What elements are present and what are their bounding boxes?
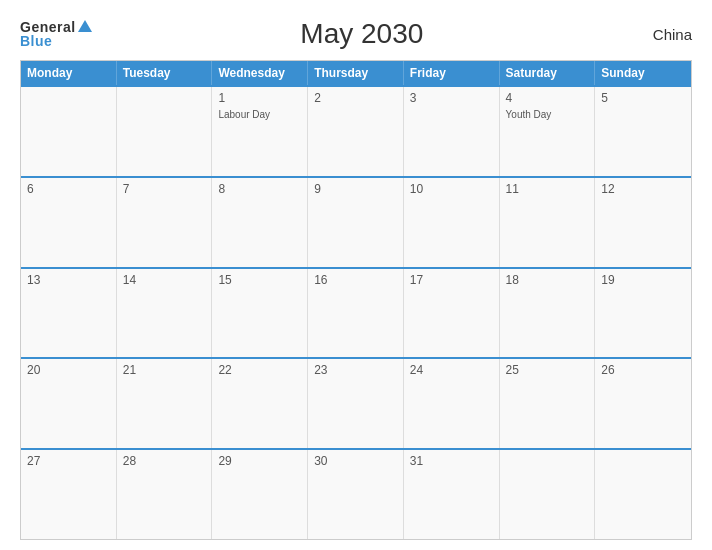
calendar-cell: 18 [500,269,596,358]
day-number: 20 [27,363,110,377]
calendar-title: May 2030 [92,18,632,50]
day-number: 3 [410,91,493,105]
day-number: 29 [218,454,301,468]
calendar-week: 2728293031 [21,448,691,539]
day-number: 16 [314,273,397,287]
day-number: 21 [123,363,206,377]
page: General Blue May 2030 China MondayTuesda… [0,0,712,550]
day-number: 22 [218,363,301,377]
calendar-cell: 14 [117,269,213,358]
calendar-cell: 8 [212,178,308,267]
logo: General Blue [20,20,92,48]
day-number: 26 [601,363,685,377]
calendar-cell: 21 [117,359,213,448]
calendar-cell: 2 [308,87,404,176]
calendar-cell [21,87,117,176]
calendar-header: MondayTuesdayWednesdayThursdayFridaySatu… [21,61,691,85]
day-number: 6 [27,182,110,196]
weekday-header: Saturday [500,61,596,85]
calendar-cell: 20 [21,359,117,448]
calendar-week: 13141516171819 [21,267,691,358]
weekday-header: Friday [404,61,500,85]
day-number: 28 [123,454,206,468]
day-number: 27 [27,454,110,468]
calendar-cell: 5 [595,87,691,176]
calendar-cell: 25 [500,359,596,448]
calendar-cell: 13 [21,269,117,358]
calendar-cell: 23 [308,359,404,448]
day-number: 25 [506,363,589,377]
calendar-cell: 17 [404,269,500,358]
header: General Blue May 2030 China [20,18,692,50]
logo-triangle-icon [78,20,92,32]
calendar-cell: 31 [404,450,500,539]
weekday-header: Sunday [595,61,691,85]
calendar-week: 20212223242526 [21,357,691,448]
holiday-label: Labour Day [218,109,301,120]
calendar-cell [500,450,596,539]
holiday-label: Youth Day [506,109,589,120]
day-number: 31 [410,454,493,468]
calendar-cell [117,87,213,176]
day-number: 18 [506,273,589,287]
logo-general-text: General [20,20,76,34]
calendar-cell: 26 [595,359,691,448]
calendar-cell: 30 [308,450,404,539]
weekday-header: Thursday [308,61,404,85]
calendar-week: 1Labour Day234Youth Day5 [21,85,691,176]
day-number: 24 [410,363,493,377]
calendar-cell: 29 [212,450,308,539]
day-number: 11 [506,182,589,196]
calendar-cell: 19 [595,269,691,358]
calendar-cell: 6 [21,178,117,267]
day-number: 4 [506,91,589,105]
day-number: 15 [218,273,301,287]
weekday-header: Wednesday [212,61,308,85]
logo-blue-text: Blue [20,34,52,48]
calendar-body: 1Labour Day234Youth Day56789101112131415… [21,85,691,539]
calendar-cell: 11 [500,178,596,267]
day-number: 19 [601,273,685,287]
day-number: 7 [123,182,206,196]
calendar-cell: 7 [117,178,213,267]
day-number: 12 [601,182,685,196]
calendar-cell: 10 [404,178,500,267]
day-number: 1 [218,91,301,105]
country-label: China [632,26,692,43]
calendar-cell: 4Youth Day [500,87,596,176]
calendar: MondayTuesdayWednesdayThursdayFridaySatu… [20,60,692,540]
day-number: 14 [123,273,206,287]
day-number: 8 [218,182,301,196]
day-number: 2 [314,91,397,105]
calendar-cell: 28 [117,450,213,539]
day-number: 30 [314,454,397,468]
weekday-header: Tuesday [117,61,213,85]
day-number: 10 [410,182,493,196]
calendar-cell: 1Labour Day [212,87,308,176]
calendar-cell: 22 [212,359,308,448]
calendar-cell: 3 [404,87,500,176]
calendar-cell: 24 [404,359,500,448]
calendar-cell: 15 [212,269,308,358]
calendar-week: 6789101112 [21,176,691,267]
calendar-cell: 27 [21,450,117,539]
weekday-header: Monday [21,61,117,85]
day-number: 23 [314,363,397,377]
calendar-cell: 9 [308,178,404,267]
calendar-cell: 16 [308,269,404,358]
calendar-cell: 12 [595,178,691,267]
calendar-cell [595,450,691,539]
day-number: 17 [410,273,493,287]
day-number: 9 [314,182,397,196]
day-number: 13 [27,273,110,287]
day-number: 5 [601,91,685,105]
